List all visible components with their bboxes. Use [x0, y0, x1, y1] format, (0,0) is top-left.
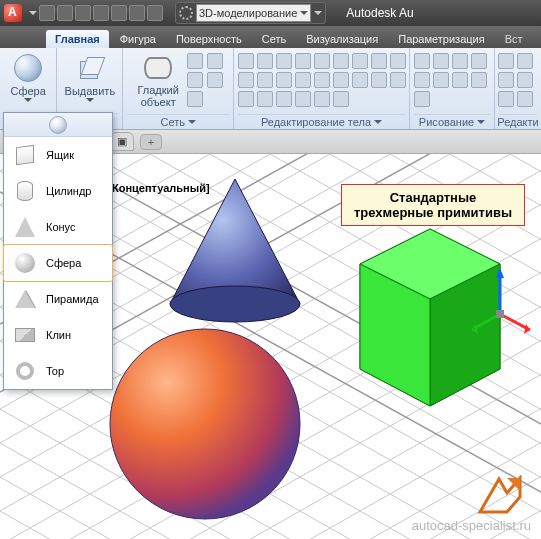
qat-saveas-icon[interactable] — [93, 5, 109, 21]
tab-parametric[interactable]: Параметризация — [389, 30, 493, 48]
primitive-item-torus[interactable]: Тор — [4, 353, 112, 389]
draw-tool-icon[interactable] — [414, 72, 430, 88]
modify-tool-icon[interactable] — [498, 91, 514, 107]
sphere-icon — [14, 54, 42, 82]
app-menu-button[interactable] — [4, 4, 22, 22]
tab-insert[interactable]: Вст — [496, 30, 532, 48]
primitive-item-label: Пирамида — [46, 293, 99, 305]
chevron-down-icon — [300, 11, 308, 15]
panel-title-bodyedit[interactable]: Редактирование тела — [238, 114, 405, 129]
solid-edit-icon[interactable] — [257, 72, 273, 88]
primitive-item-cone[interactable]: Конус — [4, 209, 112, 245]
file-tab[interactable]: ▣ — [110, 132, 134, 151]
panel-title-mesh[interactable]: Сеть — [127, 114, 229, 129]
mesh-tool-icon[interactable] — [187, 91, 203, 107]
cone-icon — [15, 217, 35, 237]
primitive-item-wedge[interactable]: Клин — [4, 317, 112, 353]
solid-edit-icon[interactable] — [276, 72, 292, 88]
solid-edit-icon[interactable] — [333, 53, 349, 69]
modify-tool-icon[interactable] — [498, 72, 514, 88]
panel-mesh: Гладкий объект Сеть — [123, 48, 234, 129]
solid-edit-icon[interactable] — [314, 72, 330, 88]
solid-edit-icon[interactable] — [371, 53, 387, 69]
wedge-icon — [15, 328, 35, 342]
qat-redo-icon[interactable] — [147, 5, 163, 21]
primitive-item-cylinder[interactable]: Цилиндр — [4, 173, 112, 209]
extrude-button[interactable]: Выдавить — [61, 50, 120, 104]
solid-edit-icon[interactable] — [314, 53, 330, 69]
extrude-icon — [77, 55, 103, 81]
solid-edit-icon[interactable] — [333, 91, 349, 107]
tab-home[interactable]: Главная — [46, 30, 109, 48]
box-solid[interactable] — [360, 229, 500, 406]
solid-edit-icon[interactable] — [371, 72, 387, 88]
draw-tool-icon[interactable] — [452, 53, 468, 69]
ribbon-tab-row: Главная Фигура Поверхность Сеть Визуализ… — [0, 26, 541, 48]
draw-tool-icon[interactable] — [414, 91, 430, 107]
sphere-solid[interactable] — [110, 329, 300, 519]
draw-tool-icon[interactable] — [471, 53, 487, 69]
workspace-combo[interactable]: 3D-моделирование — [196, 4, 311, 22]
tab-surface[interactable]: Поверхность — [167, 30, 251, 48]
draw-tool-icon[interactable] — [471, 72, 487, 88]
tab-solid[interactable]: Фигура — [111, 30, 165, 48]
qat-print-icon[interactable] — [111, 5, 127, 21]
solid-edit-icon[interactable] — [257, 91, 273, 107]
solid-edit-icon[interactable] — [352, 72, 368, 88]
watermark-text: autocad-specialist.ru — [412, 518, 531, 533]
new-tab-button[interactable]: + — [140, 134, 162, 150]
panel-title-draw[interactable]: Рисование — [414, 114, 490, 129]
draw-tool-icon[interactable] — [433, 53, 449, 69]
cone-solid[interactable] — [170, 179, 300, 322]
modify-tool-icon[interactable] — [517, 53, 533, 69]
solid-edit-icon[interactable] — [352, 53, 368, 69]
workspace-switcher[interactable]: 3D-моделирование — [175, 2, 326, 24]
extrude-label: Выдавить — [65, 85, 116, 97]
pyramid-icon — [15, 290, 35, 308]
mesh-tool-icon[interactable] — [207, 72, 223, 88]
solid-edit-icon[interactable] — [295, 91, 311, 107]
solid-edit-icon[interactable] — [238, 72, 254, 88]
solid-edit-icon[interactable] — [333, 72, 349, 88]
primitive-item-label: Тор — [46, 365, 64, 377]
solid-edit-icon[interactable] — [276, 53, 292, 69]
solid-edit-icon[interactable] — [238, 91, 254, 107]
qat-new-icon[interactable] — [39, 5, 55, 21]
solid-edit-icon[interactable] — [390, 53, 406, 69]
smooth-label-1: Гладкий — [137, 84, 178, 96]
mesh-tool-icon[interactable] — [187, 72, 203, 88]
solid-edit-icon[interactable] — [295, 53, 311, 69]
qat-save-icon[interactable] — [75, 5, 91, 21]
solid-edit-icon[interactable] — [314, 91, 330, 107]
qat-undo-icon[interactable] — [129, 5, 145, 21]
modify-tool-icon[interactable] — [498, 53, 514, 69]
primitive-split-button[interactable]: Сфера — [7, 50, 50, 104]
app-menu-chevron-icon — [29, 11, 37, 15]
smooth-object-button[interactable]: Гладкий объект — [133, 50, 182, 110]
primitive-item-sphere[interactable]: Сфера — [4, 245, 112, 281]
qat-open-icon[interactable] — [57, 5, 73, 21]
draw-tool-icon[interactable] — [414, 53, 430, 69]
solid-edit-icon[interactable] — [276, 91, 292, 107]
annotation-callout: Стандартные трехмерные примитивы — [341, 184, 525, 226]
cylinder-icon — [17, 181, 33, 201]
primitive-item-pyramid[interactable]: Пирамида — [4, 281, 112, 317]
panel-title-modify[interactable]: Редакти — [499, 114, 537, 129]
mesh-tool-icon[interactable] — [207, 53, 223, 69]
solid-edit-icon[interactable] — [295, 72, 311, 88]
smooth-icon — [144, 57, 172, 79]
solid-edit-icon[interactable] — [390, 72, 406, 88]
visual-style-label[interactable]: Концептуальный] — [112, 182, 210, 194]
modify-tool-icon[interactable] — [517, 72, 533, 88]
chevron-down-icon — [24, 98, 32, 102]
tab-mesh[interactable]: Сеть — [253, 30, 295, 48]
draw-tool-icon[interactable] — [452, 72, 468, 88]
draw-tool-icon[interactable] — [433, 72, 449, 88]
solid-edit-icon[interactable] — [238, 53, 254, 69]
mesh-tool-icon[interactable] — [187, 53, 203, 69]
modify-tool-icon[interactable] — [517, 91, 533, 107]
tab-render[interactable]: Визуализация — [297, 30, 387, 48]
primitive-item-box[interactable]: Ящик — [4, 137, 112, 173]
smooth-label-2: объект — [141, 96, 176, 108]
solid-edit-icon[interactable] — [257, 53, 273, 69]
